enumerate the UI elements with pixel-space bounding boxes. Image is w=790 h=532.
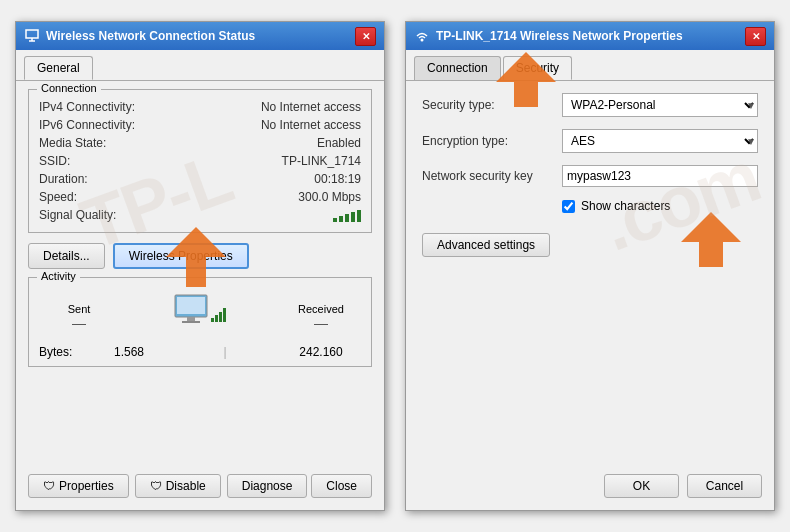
- received-arrow: —: [314, 315, 328, 331]
- activity-section-label: Activity: [37, 270, 80, 282]
- network-key-label: Network security key: [422, 169, 562, 183]
- svg-rect-0: [26, 30, 38, 38]
- speed-value: 300.0 Mbps: [298, 190, 361, 204]
- ipv6-label: IPv6 Connectivity:: [39, 118, 135, 132]
- dialog2-content: Security type: WPA2-Personal No authenti…: [406, 81, 774, 269]
- svg-rect-9: [219, 312, 222, 322]
- ipv4-row: IPv4 Connectivity: No Internet access: [39, 98, 361, 116]
- network-key-input[interactable]: [562, 165, 758, 187]
- network-key-control: [562, 165, 758, 187]
- security-type-select[interactable]: WPA2-Personal No authentication (Open) W…: [562, 93, 758, 117]
- dialog1-close-btn[interactable]: ✕: [355, 27, 376, 46]
- encryption-type-label: Encryption type:: [422, 134, 562, 148]
- tab-connection[interactable]: Connection: [414, 56, 501, 80]
- ok-button[interactable]: OK: [604, 474, 679, 498]
- ssid-label: SSID:: [39, 154, 70, 168]
- signal-bars: [333, 208, 361, 222]
- duration-label: Duration:: [39, 172, 88, 186]
- advanced-settings-row: Advanced settings: [422, 233, 758, 257]
- show-characters-checkbox[interactable]: [562, 200, 575, 213]
- network-computer-icon: [165, 290, 235, 343]
- media-row: Media State: Enabled: [39, 134, 361, 152]
- details-button[interactable]: Details...: [28, 243, 105, 269]
- encryption-type-select[interactable]: AES TKIP: [562, 129, 758, 153]
- signal-bar-5: [357, 210, 361, 222]
- connection-status-dialog: Wireless Network Connection Status ✕ Gen…: [15, 21, 385, 511]
- dialog2-tabs: Connection Security: [406, 50, 774, 81]
- wifi-icon: [414, 28, 430, 44]
- wireless-properties-button[interactable]: Wireless Properties: [113, 243, 249, 269]
- signal-bar-4: [351, 212, 355, 222]
- dialog2-title-text: TP-LINK_1714 Wireless Network Properties: [436, 29, 683, 43]
- duration-value: 00:18:19: [314, 172, 361, 186]
- svg-rect-8: [215, 315, 218, 322]
- tab-general[interactable]: General: [24, 56, 93, 80]
- svg-rect-4: [177, 297, 205, 314]
- disable-button[interactable]: 🛡 Disable: [135, 474, 221, 498]
- cancel-button[interactable]: Cancel: [687, 474, 762, 498]
- disable-shield-icon: 🛡: [150, 479, 162, 493]
- signal-bar-1: [333, 218, 337, 222]
- signal-label: Signal Quality:: [39, 208, 116, 222]
- svg-rect-10: [223, 308, 226, 322]
- dialog1-titlebar: Wireless Network Connection Status ✕: [16, 22, 384, 50]
- speed-row: Speed: 300.0 Mbps: [39, 188, 361, 206]
- media-label: Media State:: [39, 136, 106, 150]
- dialog2-title-left: TP-LINK_1714 Wireless Network Properties: [414, 28, 683, 44]
- security-type-label: Security type:: [422, 98, 562, 112]
- show-characters-row: Show characters: [562, 199, 758, 213]
- signal-bar-2: [339, 216, 343, 222]
- sent-arrow: —: [72, 315, 86, 331]
- security-type-control: WPA2-Personal No authentication (Open) W…: [562, 93, 758, 117]
- signal-row: Signal Quality:: [39, 206, 361, 224]
- media-value: Enabled: [317, 136, 361, 150]
- dialog2-bottom-buttons: OK Cancel: [604, 474, 762, 498]
- bytes-sent: 1.568: [89, 345, 169, 359]
- properties-button[interactable]: 🛡 Properties: [28, 474, 129, 498]
- dialog1-title-left: Wireless Network Connection Status: [24, 28, 255, 44]
- activity-section: Activity Sent —: [28, 277, 372, 367]
- dialog2-title-buttons: ✕: [745, 27, 766, 46]
- dialog1-btn-row1: Details... Wireless Properties: [28, 243, 372, 269]
- advanced-settings-button[interactable]: Advanced settings: [422, 233, 550, 257]
- signal-bar-3: [345, 214, 349, 222]
- ipv6-value: No Internet access: [261, 118, 361, 132]
- speed-label: Speed:: [39, 190, 77, 204]
- bytes-received: 242.160: [281, 345, 361, 359]
- dialog1-bottom-buttons: 🛡 Properties 🛡 Disable Diagnose: [28, 474, 307, 498]
- dialog1-tabs: General: [16, 50, 384, 81]
- properties-shield-icon: 🛡: [43, 479, 55, 493]
- duration-row: Duration: 00:18:19: [39, 170, 361, 188]
- encryption-type-row: Encryption type: AES TKIP ▼: [422, 129, 758, 153]
- security-type-row: Security type: WPA2-Personal No authenti…: [422, 93, 758, 117]
- close-button[interactable]: Close: [311, 474, 372, 498]
- dialog1-close-row: Close: [311, 474, 372, 498]
- sent-label: Sent: [68, 303, 91, 315]
- wireless-props-dialog: TP-LINK_1714 Wireless Network Properties…: [405, 21, 775, 511]
- tab-security[interactable]: Security: [503, 56, 572, 80]
- dialog1-title-buttons: ✕: [355, 27, 376, 46]
- dialog1-content: Connection IPv4 Connectivity: No Interne…: [16, 81, 384, 385]
- ipv4-label: IPv4 Connectivity:: [39, 100, 135, 114]
- ipv4-value: No Internet access: [261, 100, 361, 114]
- svg-rect-7: [211, 318, 214, 322]
- connection-section: Connection IPv4 Connectivity: No Interne…: [28, 89, 372, 233]
- received-label: Received: [298, 303, 344, 315]
- dialog1-title-text: Wireless Network Connection Status: [46, 29, 255, 43]
- ssid-value: TP-LINK_1714: [282, 154, 361, 168]
- encryption-type-control: AES TKIP ▼: [562, 129, 758, 153]
- dialog2-close-btn[interactable]: ✕: [745, 27, 766, 46]
- bytes-label: Bytes:: [39, 345, 89, 359]
- svg-point-13: [421, 39, 424, 42]
- dialog2-titlebar: TP-LINK_1714 Wireless Network Properties…: [406, 22, 774, 50]
- network-key-row: Network security key: [422, 165, 758, 187]
- connection-section-label: Connection: [37, 82, 101, 94]
- network-icon: [24, 28, 40, 44]
- ipv6-row: IPv6 Connectivity: No Internet access: [39, 116, 361, 134]
- svg-rect-6: [182, 321, 200, 323]
- svg-rect-5: [187, 317, 195, 321]
- diagnose-button[interactable]: Diagnose: [227, 474, 308, 498]
- show-characters-label: Show characters: [581, 199, 670, 213]
- ssid-row: SSID: TP-LINK_1714: [39, 152, 361, 170]
